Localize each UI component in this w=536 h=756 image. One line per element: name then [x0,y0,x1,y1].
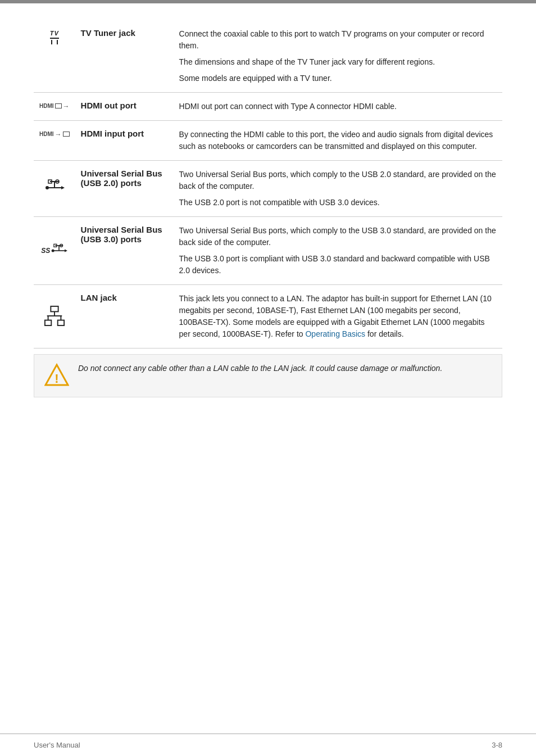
port-name-lan: LAN jack [75,285,174,348]
svg-rect-19 [45,320,51,325]
hdmi-in-icon: HDMI → [39,130,70,138]
footer-left: User's Manual [34,741,80,749]
port-name-usb30: Universal Serial Bus (USB 3.0) ports [75,217,174,285]
usb20-icon [44,179,65,196]
icon-cell-hdmi-out: HDMI → [34,93,75,121]
table-row: HDMI → HDMI input port By connecting the… [34,121,502,161]
port-desc-usb20: Two Universal Serial Bus ports, which co… [174,161,502,217]
port-name-tv: TV Tuner jack [75,20,174,93]
main-table: TV TV Tuner jack Connect the coaxial cab… [34,20,502,348]
port-desc-usb30: Two Universal Serial Bus ports, which co… [174,217,502,285]
port-desc-hdmi-in: By connecting the HDMI cable to this por… [174,121,502,161]
warning-icon-wrap: ! [44,363,69,389]
tv-icon: TV [50,30,59,44]
content-area: TV TV Tuner jack Connect the coaxial cab… [0,3,536,734]
svg-rect-14 [51,306,58,311]
warning-box: ! Do not connect any cable other than a … [34,354,502,397]
port-name-hdmi-in: HDMI input port [75,121,174,161]
table-row: HDMI → HDMI out port HDMI out port can c… [34,93,502,121]
footer-right: 3-8 [492,741,502,749]
page: TV TV Tuner jack Connect the coaxial cab… [0,0,536,756]
icon-cell-usb20 [34,161,75,217]
port-desc-hdmi-out: HDMI out port can connect with Type A co… [174,93,502,121]
port-desc-tv: Connect the coaxial cable to this port t… [174,20,502,93]
svg-marker-6 [61,186,65,189]
operating-basics-link[interactable]: Operating Basics [305,329,365,338]
table-row: SS Universal Seri [34,217,502,285]
hdmi-out-icon: HDMI → [39,102,70,110]
port-name-usb20: Universal Serial Bus (USB 2.0) ports [75,161,174,217]
port-name-hdmi-out: HDMI out port [75,93,174,121]
table-row: TV TV Tuner jack Connect the coaxial cab… [34,20,502,93]
icon-cell-tv: TV [34,20,75,93]
icon-cell-hdmi-in: HDMI → [34,121,75,161]
warning-text: Do not connect any cable other than a LA… [78,363,442,374]
lan-icon [44,305,65,327]
icon-cell-usb30: SS [34,217,75,285]
icon-cell-lan [34,285,75,348]
port-desc-lan: This jack lets you connect to a LAN. The… [174,285,502,348]
table-row: LAN jack This jack lets you connect to a… [34,285,502,348]
svg-text:!: ! [54,372,58,386]
usb30-icon: SS [41,243,67,258]
svg-marker-13 [65,250,67,252]
svg-rect-20 [57,320,63,325]
footer: User's Manual 3-8 [0,734,536,756]
warning-triangle-icon: ! [44,363,69,387]
table-row: Universal Serial Bus (USB 2.0) ports Two… [34,161,502,217]
